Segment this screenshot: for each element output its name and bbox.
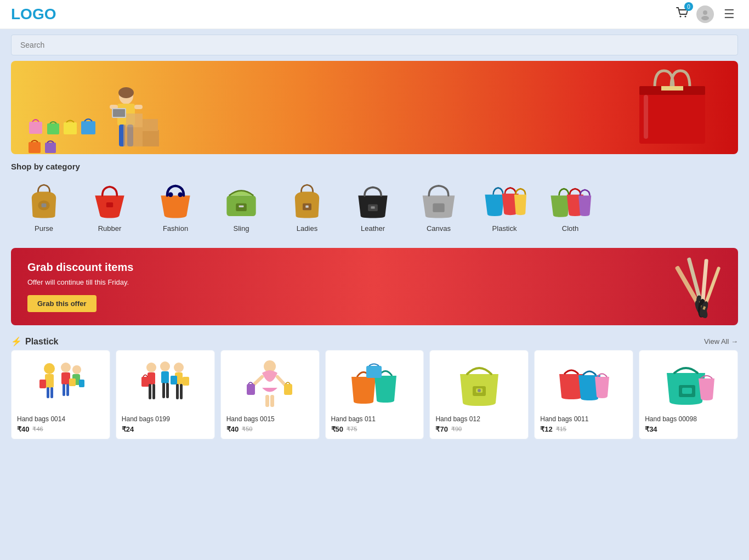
svg-point-30: [168, 192, 173, 197]
product-img-4: [435, 356, 523, 411]
price-row-4: ₹70 ₹90: [435, 425, 523, 433]
svg-rect-72: [171, 376, 177, 384]
product-card-6[interactable]: Hand bags 00098 ₹34: [639, 350, 738, 439]
fashion-icon: [154, 180, 197, 221]
svg-rect-92: [682, 388, 692, 394]
user-avatar[interactable]: [696, 5, 714, 23]
category-item-leather[interactable]: Leather: [340, 176, 406, 237]
sling-icon: [219, 180, 263, 221]
shop-by-category-title: Shop by category: [11, 162, 738, 171]
category-item-ladies[interactable]: Ladies: [274, 176, 340, 237]
canvas-icon: [417, 180, 461, 221]
product-img-1: [122, 356, 209, 411]
product-img-5: [540, 356, 627, 411]
svg-rect-73: [183, 377, 189, 386]
cloth-icon: [548, 180, 592, 221]
svg-line-82: [277, 377, 285, 385]
svg-rect-25: [644, 95, 648, 139]
svg-rect-76: [162, 383, 165, 398]
hero-bag-pink: [27, 116, 44, 135]
category-label-cloth: Cloth: [562, 224, 578, 233]
lightning-icon: ⚡: [11, 336, 22, 347]
category-item-fashion[interactable]: Fashion: [143, 176, 208, 237]
price-current-2: ₹40: [226, 425, 239, 433]
svg-rect-5: [47, 123, 59, 134]
svg-rect-63: [63, 384, 65, 396]
product-card-4[interactable]: Hand bags 012 ₹70 ₹90: [429, 350, 529, 439]
grab-offer-button[interactable]: Grab this offer: [27, 295, 97, 312]
category-item-rubber[interactable]: Rubber: [77, 176, 143, 237]
svg-rect-84: [284, 384, 292, 395]
product-card-5[interactable]: Hand bags 0011 ₹12 ₹15: [534, 350, 633, 439]
svg-rect-68: [161, 371, 169, 383]
brushes-icon: [656, 254, 738, 325]
svg-point-11: [118, 87, 134, 98]
discount-subtitle: Offer will continue till this Friday.: [27, 278, 722, 286]
price-current-4: ₹70: [435, 425, 447, 433]
hero-bag-orange: [27, 138, 42, 154]
product-name-2: Hand bags 0015: [226, 415, 314, 423]
svg-rect-83: [247, 384, 255, 395]
hero-bag-purple: [44, 139, 57, 154]
plastick-section-header: ⚡ Plastick View All →: [0, 331, 749, 350]
logo: LOGO: [11, 5, 56, 23]
product-card-2[interactable]: Hand bags 0015 ₹40 ₹50: [220, 350, 320, 439]
svg-rect-85: [265, 395, 269, 407]
svg-point-54: [61, 363, 71, 372]
svg-rect-53: [45, 374, 54, 388]
svg-rect-7: [81, 121, 95, 134]
svg-line-81: [253, 377, 262, 385]
product-name-0: Hand bags 0014: [17, 415, 104, 423]
product-img-2: [226, 356, 314, 411]
product-name-3: Hand bags 011: [331, 415, 418, 423]
leather-icon: [351, 180, 395, 221]
product-name-5: Hand bags 0011: [540, 415, 627, 423]
svg-rect-79: [180, 384, 183, 399]
product-grid: Hand bags 0014 ₹40 ₹46: [0, 350, 749, 450]
avatar-icon: [699, 8, 711, 20]
category-item-plastick[interactable]: Plastick: [472, 176, 537, 237]
price-row-5: ₹12 ₹15: [540, 425, 627, 433]
svg-rect-9: [45, 143, 56, 153]
svg-rect-62: [50, 387, 53, 398]
svg-rect-61: [47, 387, 49, 398]
hero-bag-green: [46, 119, 60, 135]
product-name-4: Hand bags 012: [435, 415, 523, 423]
svg-rect-21: [143, 130, 159, 146]
menu-button[interactable]: ☰: [720, 5, 738, 23]
section-header-left: ⚡ Plastick: [11, 336, 58, 347]
price-row-6: ₹34: [645, 425, 732, 433]
hero-bag-yellow: [63, 117, 78, 135]
price-current-3: ₹50: [331, 425, 343, 433]
cart-icon-wrap[interactable]: 0: [674, 5, 690, 23]
price-original-4: ₹90: [451, 426, 462, 433]
svg-point-1: [685, 16, 686, 18]
product-name-1: Hand bags 0199: [122, 415, 209, 423]
svg-rect-74: [149, 384, 151, 399]
hero-banner: [11, 61, 738, 154]
svg-rect-38: [371, 206, 374, 208]
price-row-2: ₹40 ₹50: [226, 425, 314, 433]
svg-point-3: [701, 16, 709, 20]
view-all-link[interactable]: View All →: [704, 337, 738, 346]
svg-rect-39: [433, 203, 444, 212]
product-card-3[interactable]: Hand bags 011 ₹50 ₹75: [325, 350, 424, 439]
hero-boxes: [121, 108, 164, 152]
search-input[interactable]: [11, 35, 738, 55]
svg-rect-34: [239, 205, 244, 207]
svg-rect-86: [270, 395, 274, 407]
category-item-purse[interactable]: Purse: [11, 176, 77, 237]
category-item-canvas[interactable]: Canvas: [406, 176, 472, 237]
svg-point-65: [146, 363, 156, 372]
category-item-cloth[interactable]: Cloth: [537, 176, 603, 237]
price-row-1: ₹24: [122, 425, 209, 433]
product-card-1[interactable]: Hand bags 0199 ₹24: [116, 350, 215, 439]
category-item-sling[interactable]: Sling: [208, 176, 274, 237]
product-card-0[interactable]: Hand bags 0014 ₹40 ₹46: [11, 350, 110, 439]
category-label-sling: Sling: [234, 224, 249, 233]
category-label-leather: Leather: [361, 224, 385, 233]
product-name-6: Hand bags 00098: [645, 415, 732, 423]
product-img-0: [17, 356, 104, 411]
svg-rect-36: [305, 205, 308, 207]
rubber-icon: [88, 180, 132, 221]
